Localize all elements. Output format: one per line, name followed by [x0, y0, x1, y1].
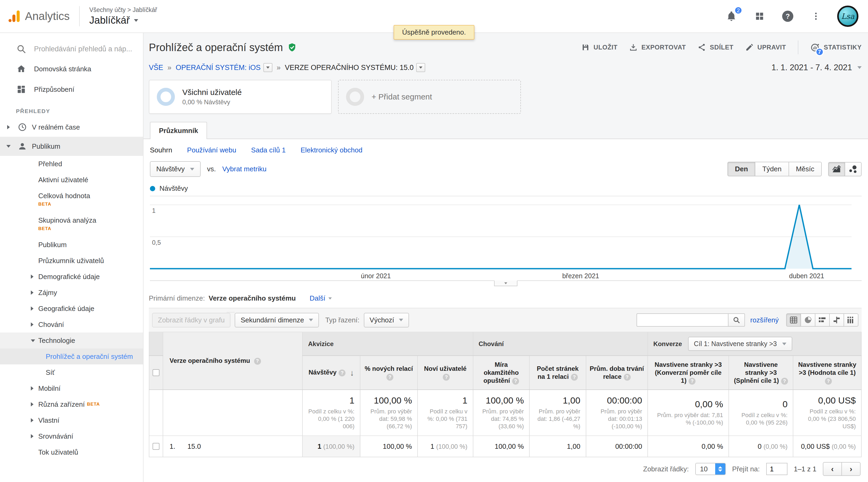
column-header-new-sessions[interactable]: % nových relací? [360, 356, 417, 390]
sidebar-item-skupinova-analyza[interactable]: Skupinová analýza BETA [0, 212, 143, 237]
sidebar-item-technologie[interactable]: Technologie [0, 333, 143, 348]
sidebar-search[interactable] [0, 39, 143, 58]
dimension-column-header[interactable]: Verze operačního systému ? [163, 332, 303, 390]
cell-pages-per-session: 1,00 [529, 436, 586, 457]
sidebar-item-geograficke-udaje[interactable]: Geografické údaje [0, 301, 143, 316]
advanced-filter-link[interactable]: rozšířený [750, 316, 779, 324]
sidebar-item-demograficke-udaje[interactable]: Demografické údaje [0, 269, 143, 285]
sort-type-dropdown[interactable]: Výchozí [364, 313, 409, 328]
sidebar-item-mobilni[interactable]: Mobilní [0, 380, 143, 396]
metric-selector[interactable]: Návštěvy [150, 161, 200, 177]
prev-page-button[interactable]: ‹ [823, 462, 842, 476]
share-button[interactable]: SDÍLET [698, 43, 734, 52]
next-page-button[interactable]: › [841, 462, 861, 476]
help-icon[interactable]: ? [624, 374, 631, 381]
segment-all-users[interactable]: Všichni uživatelé 0,00 % Návštěvy [149, 80, 332, 114]
search-input[interactable] [33, 45, 134, 54]
performance-view-button[interactable] [815, 313, 830, 327]
help-icon[interactable]: ? [339, 369, 345, 376]
sidebar-item-publikum[interactable]: Publikum [0, 237, 143, 253]
add-segment-button[interactable]: + Přidat segment [338, 80, 521, 114]
column-header-bounce-rate[interactable]: Míra okamžitého opuštění? [473, 356, 529, 390]
edit-button[interactable]: UPRAVIT [745, 43, 786, 52]
help-icon[interactable]: ? [825, 378, 832, 385]
sidebar-item-aktivni-uzivatele[interactable]: Aktivní uživatelé [0, 172, 143, 188]
secondary-dimension-dropdown[interactable]: Sekundární dimenze [235, 313, 319, 328]
rows-label: Zobrazit řádky: [643, 465, 689, 473]
select-all-checkbox[interactable] [153, 369, 159, 376]
comparison-view-button[interactable] [829, 313, 844, 327]
sidebar-item-realtime[interactable]: V reálném čase [0, 118, 143, 137]
insights-button[interactable]: 7 STATISTIKY [810, 42, 862, 52]
column-header-avg-session-duration[interactable]: Prům. doba trvání relace? [586, 356, 648, 390]
subtab-summary[interactable]: Souhrn [150, 146, 172, 154]
column-header-new-users[interactable]: Noví uživatelé? [417, 356, 473, 390]
row-checkbox[interactable] [153, 443, 159, 450]
more-menu-button[interactable] [809, 9, 823, 23]
save-button[interactable]: ULOŽIT [581, 43, 617, 52]
motion-chart-view-button[interactable] [845, 162, 862, 176]
sidebar-item-vlastni[interactable]: Vlastní [0, 412, 143, 428]
rows-per-page-select[interactable]: 10 [695, 463, 726, 475]
help-button[interactable]: ? [781, 9, 795, 23]
subtab-ecommerce[interactable]: Elektronický obchod [301, 146, 363, 154]
plot-rows-button[interactable]: Zobrazit řádky v grafu [152, 313, 230, 328]
percentage-view-button[interactable] [801, 313, 815, 327]
pivot-view-button[interactable] [843, 313, 859, 327]
help-icon[interactable]: ? [781, 378, 788, 385]
goal-selector-dropdown[interactable]: Cíl 1: Navstivene stranky >3 [688, 337, 792, 351]
sidebar-item-zajmy[interactable]: Zájmy [0, 285, 143, 301]
account-switcher[interactable]: Všechny účty > Jablíčkář Jablíčkář [89, 6, 157, 26]
help-icon[interactable]: ? [443, 374, 450, 381]
filter-all-link[interactable]: VŠE [149, 63, 163, 72]
granularity-week-button[interactable]: Týden [755, 162, 789, 176]
sidebar-item-prohlizec-a-operacni-system[interactable]: Prohlížeč a operační systém [0, 348, 143, 364]
sidebar-item-customization[interactable]: Přizpůsobení [0, 79, 143, 100]
filter-os-dropdown[interactable] [264, 63, 272, 72]
sidebar-item-sit[interactable]: Síť [0, 364, 143, 380]
filter-os-version-dropdown[interactable] [416, 63, 425, 72]
sidebar-item-celkova-hodnota[interactable]: Celková hodnota BETA [0, 188, 143, 212]
table-search-button[interactable] [728, 313, 745, 327]
select-metric-link[interactable]: Vybrat metriku [222, 165, 267, 173]
notifications-button[interactable]: 2 [724, 9, 738, 23]
data-view-button[interactable] [786, 313, 801, 327]
column-header-pages-per-session[interactable]: Počet stránek na 1 relaci? [529, 356, 586, 390]
help-icon[interactable]: ? [254, 358, 261, 365]
granularity-day-button[interactable]: Den [727, 162, 755, 176]
analytics-logo[interactable]: Analytics [7, 9, 70, 23]
apps-grid-button[interactable] [753, 9, 767, 23]
sidebar-item-srovnavani[interactable]: Srovnávání [0, 428, 143, 444]
column-header-goal-completions[interactable]: Navstivene stranky >3 (Splnění cíle 1)? [729, 356, 793, 390]
sidebar-item-ruzna-zarizeni[interactable]: Různá zařízení BETA [0, 396, 143, 412]
help-icon[interactable]: ? [571, 374, 578, 381]
sidebar-item-prehled[interactable]: Přehled [0, 156, 143, 172]
sidebar-item-chovani[interactable]: Chování [0, 316, 143, 333]
filter-os-link[interactable]: OPERAČNÍ SYSTÉM: iOS [176, 63, 261, 72]
table-search-input[interactable] [637, 313, 728, 327]
help-icon[interactable]: ? [689, 378, 695, 385]
tab-explorer[interactable]: Průzkumník [150, 122, 207, 139]
table-grid-icon [789, 316, 798, 324]
sidebar-item-tok-uzivatelu[interactable]: Tok uživatelů [0, 444, 143, 460]
granularity-month-button[interactable]: Měsíc [788, 162, 822, 176]
date-range-picker[interactable]: 1. 1. 2021 - 7. 4. 2021 [772, 63, 862, 73]
line-chart-view-button[interactable] [828, 162, 845, 176]
export-button[interactable]: EXPORTOVAT [629, 43, 686, 52]
search-icon [16, 44, 27, 54]
subtab-goal-set-1[interactable]: Sada cílů 1 [251, 146, 286, 154]
primary-dimension-value[interactable]: Verze operačního systému [209, 294, 296, 303]
help-icon[interactable]: ? [386, 374, 393, 381]
sidebar-item-pruzkumnik-uzivatelu[interactable]: Průzkumník uživatelů [0, 253, 143, 269]
sidebar-item-home[interactable]: Domovská stránka [0, 58, 143, 79]
column-header-goal-conversion-rate[interactable]: Navstivene stranky >3 (Konverzní poměr c… [648, 356, 729, 390]
goto-page-input[interactable] [766, 463, 787, 475]
annotations-expander[interactable] [494, 280, 518, 286]
help-icon[interactable]: ? [512, 378, 519, 385]
subtab-site-usage[interactable]: Používání webu [187, 146, 236, 154]
column-header-sessions[interactable]: Návštěvy? ↓ [303, 356, 360, 390]
sidebar-item-audience[interactable]: Publikum [0, 137, 143, 156]
more-dimensions-link[interactable]: Další [310, 294, 332, 303]
avatar[interactable]: Lsa [837, 6, 859, 27]
column-header-goal-value[interactable]: Navstivene stranky >3 (Hodnota cíle 1)? [793, 356, 861, 390]
